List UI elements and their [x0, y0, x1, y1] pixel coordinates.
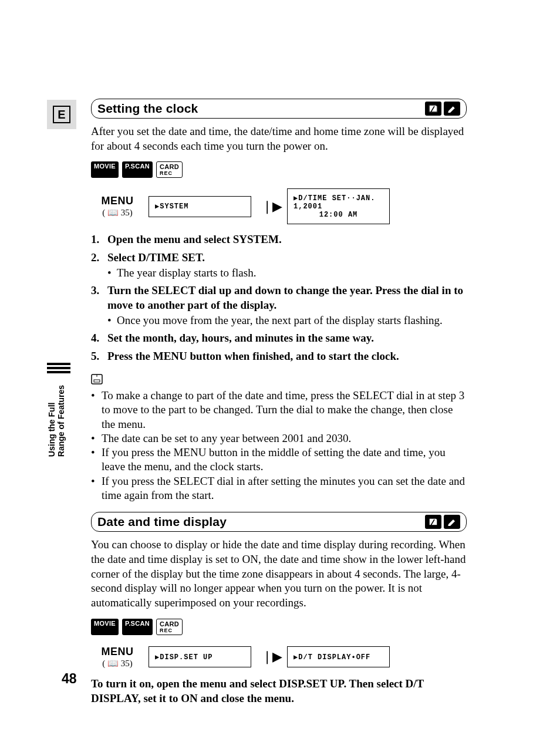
step-5: Press the MENU button when finished, and… — [91, 349, 467, 363]
side-tab: Using the Full Range of Features — [47, 363, 72, 475]
page-number: 48 — [62, 671, 77, 687]
step-4: Set the month, day, hours, and minutes i… — [91, 331, 467, 345]
tips-icon — [91, 374, 467, 387]
display-menu-box1: ▶DISP.SET UP — [149, 646, 251, 667]
display-menu-row: MENU ( 📖 35) ▶DISP.SET UP ❘▶ ▶D/T DISPLA… — [91, 646, 467, 669]
clock-menu-box1: ▶SYSTEM — [149, 196, 251, 217]
tip-4: If you press the SELECT dial in after se… — [91, 474, 467, 503]
section-title-clock: Setting the clock — [97, 102, 198, 116]
clock-menu-row: MENU ( 📖 35) ▶SYSTEM ❘▶ ▶D/TIME SET··JAN… — [91, 188, 467, 224]
clock-tips: To make a change to part of the date and… — [91, 389, 467, 503]
tip-1: To make a change to part of the date and… — [91, 389, 467, 431]
mode-pscan: P.SCAN — [122, 619, 153, 635]
section-head-clock: Setting the clock — [91, 99, 467, 119]
language-letter: E — [53, 106, 70, 123]
pencil-icon — [444, 102, 460, 116]
mode-movie: MOVIE — [91, 161, 119, 178]
card-icon — [425, 515, 441, 529]
clock-intro: After you set the date and time, the dat… — [91, 124, 467, 153]
menu-word: MENU — [91, 195, 144, 207]
step-arrow-icon: ❘▶ — [262, 649, 282, 664]
side-tab-line2: Range of Features — [56, 385, 66, 457]
clock-menu-box2: ▶D/TIME SET··JAN. 1,2001 12:00 AM — [287, 188, 390, 224]
step-1: Open the menu and select SYSTEM. — [91, 232, 467, 247]
display-menu-box2: ▶D/T DISPLAY•OFF — [287, 646, 390, 667]
section-title-display: Date and time display — [97, 515, 227, 529]
section-head-display: Date and time display — [91, 512, 467, 532]
card-icon — [425, 102, 441, 116]
display-tail: To turn it on, open the menu and select … — [91, 677, 467, 706]
menu-ref: ( 📖 35) — [91, 658, 144, 669]
tip-2: The date can be set to any year between … — [91, 431, 467, 446]
mode-card-rec: CARD REC — [156, 619, 183, 635]
menu-word: MENU — [91, 646, 144, 658]
mode-pscan: P.SCAN — [122, 161, 153, 178]
mode-movie: MOVIE — [91, 619, 119, 635]
menu-ref: ( 📖 35) — [91, 207, 144, 218]
clock-steps: Open the menu and select SYSTEM. Select … — [91, 232, 467, 363]
pencil-icon — [444, 515, 460, 529]
side-tab-line1: Using the Full — [47, 403, 56, 457]
display-intro: You can choose to display or hide the da… — [91, 538, 467, 610]
clock-modes: MOVIE P.SCAN CARD REC — [91, 161, 467, 178]
tip-3: If you press the MENU button in the midd… — [91, 446, 467, 474]
svg-rect-1 — [94, 380, 100, 382]
display-modes: MOVIE P.SCAN CARD REC — [91, 619, 467, 635]
language-box: E — [47, 100, 76, 129]
step-arrow-icon: ❘▶ — [262, 199, 282, 214]
step-2: Select D/TIME SET. The year display star… — [91, 251, 467, 281]
mode-card-rec: CARD REC — [156, 161, 183, 178]
step-3: Turn the SELECT dial up and down to chan… — [91, 284, 467, 328]
